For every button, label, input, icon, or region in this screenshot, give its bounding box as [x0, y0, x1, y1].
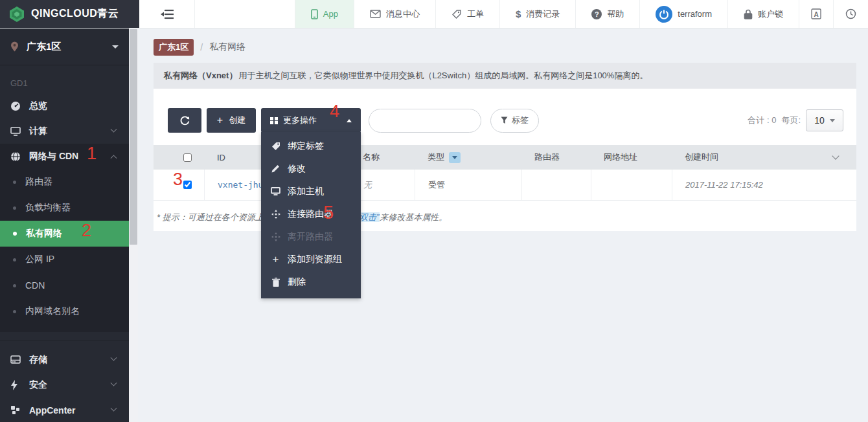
row-network: [591, 170, 672, 200]
nav-item-messages[interactable]: 消息中心: [354, 0, 435, 28]
breadcrumb: 广东1区 / 私有网络: [154, 39, 246, 56]
sidebar-item-cdn[interactable]: CDN: [0, 272, 129, 298]
storage-icon: [10, 355, 21, 364]
connect-router-icon: [271, 210, 280, 219]
sidebar-item-label: CDN: [25, 280, 45, 291]
caret-up-icon: [347, 119, 352, 122]
nav-item-tickets[interactable]: 工单: [435, 0, 499, 28]
sidebar-scrollbar[interactable]: [129, 28, 138, 422]
bullet-icon: [13, 232, 17, 236]
menu-item-bind-tag[interactable]: 绑定标签: [261, 135, 361, 157]
breadcrumb-separator: /: [200, 42, 203, 52]
nav-history-button[interactable]: [833, 0, 868, 28]
column-header-type-label: 类型: [428, 151, 444, 163]
column-header-created[interactable]: 创建时间: [672, 145, 856, 170]
table-row[interactable]: vxnet-jhu0 无 受管 2017-11-22 17:15:42: [154, 170, 856, 201]
toolbar: + 创建 更多操作 标签 合计 : 0 每页: 10: [154, 89, 856, 133]
nav-item-label: 工单: [467, 8, 484, 20]
clock-icon: [845, 8, 856, 19]
menu-item-label: 删除: [288, 276, 306, 288]
sidebar-item-load-balancers[interactable]: 负载均衡器: [0, 195, 129, 221]
translate-icon: A: [811, 8, 821, 19]
nav-item-account-lock[interactable]: 账户锁: [727, 0, 799, 28]
bullet-icon: [13, 284, 16, 287]
help-icon: ?: [591, 9, 602, 19]
navbar-items: App 消息中心 工单 $ 消费记录 ? 帮助 terraform: [295, 0, 868, 28]
menu-item-label: 添加到资源组: [288, 254, 342, 265]
menu-item-label: 添加主机: [288, 186, 324, 197]
chevron-down-icon: [111, 126, 117, 133]
sidebar-item-storage[interactable]: 存储: [0, 347, 129, 372]
menu-item-delete[interactable]: 删除: [261, 271, 361, 293]
security-bolt-icon: [10, 380, 21, 390]
nav-item-label: 消息中心: [386, 8, 420, 20]
menu-item-connect-router[interactable]: 连接路由器: [261, 203, 361, 225]
sidebar-item-routers[interactable]: 路由器: [0, 169, 129, 195]
create-button[interactable]: + 创建: [207, 108, 256, 133]
chevron-down-icon: [111, 380, 117, 386]
appcenter-icon: [10, 405, 21, 415]
annotation-1: 1: [87, 145, 97, 162]
row-checkbox[interactable]: [183, 181, 192, 189]
breadcrumb-region-badge[interactable]: 广东1区: [154, 39, 194, 56]
sidebar-item-public-ips[interactable]: 公网 IP: [0, 247, 129, 272]
nav-item-label: App: [323, 9, 338, 19]
region-label: 广东1区: [27, 41, 61, 53]
sidebar-item-label: AppCenter: [29, 405, 76, 416]
sidebar-item-overview[interactable]: 总览: [0, 93, 129, 118]
sidebar-item-appcenter[interactable]: AppCenter: [0, 397, 129, 422]
lock-icon: [744, 9, 753, 19]
tag-filter-button[interactable]: 标签: [490, 109, 539, 133]
funnel-icon: [501, 117, 508, 124]
row-type: 受管: [415, 170, 521, 200]
more-actions-dropdown: 绑定标签 修改 添加主机 连接路由器 离开路由器 + 添加到资源组 删除: [261, 132, 361, 298]
search-input[interactable]: [369, 109, 481, 133]
type-filter-icon[interactable]: [449, 152, 461, 163]
plus-icon: +: [271, 254, 280, 265]
column-header-type[interactable]: 类型: [415, 145, 521, 170]
nav-item-label: 账户锁: [758, 8, 783, 20]
per-page-label: 每页:: [781, 115, 801, 126]
sidebar-item-label: 计算: [29, 126, 47, 137]
sidebar-item-label: 总览: [29, 100, 47, 112]
nav-item-help[interactable]: ? 帮助: [575, 0, 639, 28]
menu-item-add-instance[interactable]: 添加主机: [261, 180, 361, 203]
sidebar-item-dns-aliases[interactable]: 内网域名别名: [0, 298, 129, 324]
nav-item-label: 帮助: [607, 8, 624, 20]
per-page-select[interactable]: 10: [806, 109, 843, 131]
menu-item-add-to-resource-group[interactable]: + 添加到资源组: [261, 248, 361, 271]
app-icon: [311, 9, 318, 19]
zone-section-label: GD1: [0, 65, 129, 93]
nav-language-button[interactable]: A: [799, 0, 833, 28]
vxnet-table: ID 名称 类型 路由器 网络地址 创建时间 vxnet-jhu0 无 受管 2…: [154, 145, 856, 201]
breadcrumb-current: 私有网络: [209, 41, 246, 53]
sidebar-item-label: 私有网络: [26, 228, 62, 239]
annotation-3: 3: [173, 171, 183, 188]
nav-item-label: 消费记录: [526, 8, 560, 20]
sidebar-item-security[interactable]: 安全: [0, 372, 129, 397]
tag-icon: [271, 142, 280, 151]
region-selector[interactable]: 广东1区: [0, 28, 129, 65]
sidebar-collapse-icon[interactable]: [139, 0, 195, 28]
select-all-checkbox[interactable]: [183, 153, 192, 162]
menu-item-leave-router[interactable]: 离开路由器: [261, 225, 361, 248]
column-header-router[interactable]: 路由器: [521, 145, 591, 170]
sidebar-item-compute[interactable]: 计算: [0, 118, 129, 144]
trash-icon: [271, 278, 280, 287]
refresh-button[interactable]: [168, 108, 201, 133]
nav-item-app[interactable]: App: [295, 0, 354, 28]
scrollbar-thumb[interactable]: [130, 29, 137, 245]
menu-item-modify[interactable]: 修改: [261, 157, 361, 180]
column-header-network[interactable]: 网络地址: [591, 145, 672, 170]
region-caret-icon: [112, 45, 119, 49]
tag-filter-label: 标签: [512, 115, 529, 126]
logo[interactable]: QINGCLOUD青云: [0, 0, 139, 28]
sidebar-item-private-networks[interactable]: 私有网络: [0, 221, 129, 247]
annotation-5: 5: [323, 203, 334, 222]
sidebar-item-network-cdn[interactable]: 网络与 CDN: [0, 144, 129, 169]
more-actions-button[interactable]: 更多操作: [261, 108, 361, 133]
leave-router-icon: [271, 232, 280, 241]
nav-item-account[interactable]: terraform: [639, 0, 727, 28]
nav-item-billing[interactable]: $ 消费记录: [499, 0, 575, 28]
sidebar: 广东1区 GD1 总览 计算 网络与 CDN 路由器 负载均衡器: [0, 28, 129, 422]
